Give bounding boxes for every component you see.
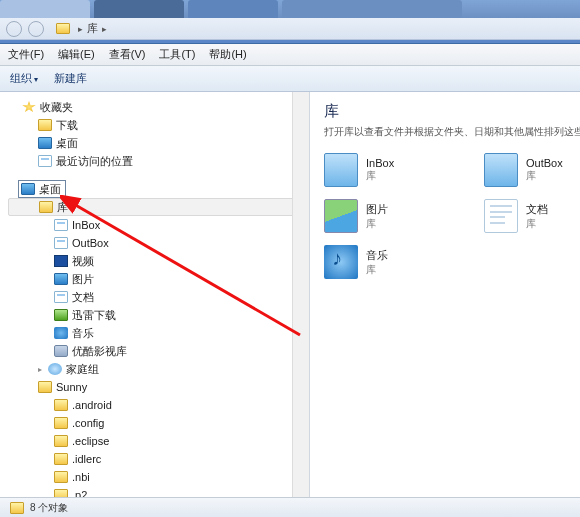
tree-item[interactable]: .android — [0, 396, 309, 414]
toolbar-new-library[interactable]: 新建库 — [54, 71, 87, 86]
tree-item[interactable]: InBox — [0, 216, 309, 234]
folder-icon — [10, 502, 24, 514]
tree-label: 桌面 — [39, 182, 61, 197]
doc-icon — [54, 291, 68, 303]
user-icon — [38, 381, 52, 393]
tree-label: InBox — [72, 219, 100, 231]
menu-bar: 文件(F) 编辑(E) 查看(V) 工具(T) 帮助(H) — [0, 44, 580, 66]
item-sub: 库 — [366, 217, 388, 231]
music-icon — [54, 327, 68, 339]
desktop-icon — [21, 183, 35, 195]
item-sub: 库 — [526, 217, 548, 231]
library-icon — [39, 201, 53, 213]
library-items: InBox库 OutBox库 图片库 文档库 音乐库 — [324, 153, 566, 279]
folder-icon — [54, 471, 68, 483]
tree-homegroup[interactable]: ▸家庭组 — [0, 360, 309, 378]
tree-label: 下载 — [56, 118, 78, 133]
tree-user[interactable]: Sunny — [0, 378, 309, 396]
tree-item[interactable]: .eclipse — [0, 432, 309, 450]
tree-favorites[interactable]: 收藏夹 — [0, 98, 309, 116]
menu-view[interactable]: 查看(V) — [109, 47, 146, 62]
tree-label: 图片 — [72, 272, 94, 287]
desktop-icon — [38, 137, 52, 149]
item-sub: 库 — [366, 263, 388, 277]
homegroup-icon — [48, 363, 62, 375]
tree-item[interactable]: 视频 — [0, 252, 309, 270]
item-name: OutBox — [526, 157, 563, 169]
toolbar: 组织 新建库 — [0, 66, 580, 92]
nav-forward-button[interactable] — [28, 21, 44, 37]
item-name: 图片 — [366, 202, 388, 217]
media-icon — [54, 345, 68, 357]
library-item-outbox[interactable]: OutBox库 — [484, 153, 580, 187]
tree-label: .idlerc — [72, 453, 101, 465]
tree-label: 迅雷下载 — [72, 308, 116, 323]
library-item-music[interactable]: 音乐库 — [324, 245, 474, 279]
tree-label: .android — [72, 399, 112, 411]
star-icon — [22, 101, 36, 113]
image-icon — [54, 273, 68, 285]
file-icon — [54, 237, 68, 249]
tree-item[interactable]: 迅雷下载 — [0, 306, 309, 324]
folder-icon — [324, 153, 358, 187]
breadcrumb[interactable]: ▸ 库 ▸ — [56, 21, 111, 36]
library-item-pictures[interactable]: 图片库 — [324, 199, 474, 233]
tree-label: Sunny — [56, 381, 87, 393]
nav-tree: 收藏夹 下载 桌面 最近访问的位置 桌面 库 InBox OutBox 视频 图… — [0, 92, 309, 497]
tree-label: .eclipse — [72, 435, 109, 447]
tree-label: .config — [72, 417, 104, 429]
address-bar: ▸ 库 ▸ — [0, 18, 580, 40]
tree-label: 桌面 — [56, 136, 78, 151]
recent-icon — [38, 155, 52, 167]
tree-item[interactable]: 文档 — [0, 288, 309, 306]
browser-tab[interactable] — [94, 0, 184, 18]
tree-desktop-root[interactable]: 桌面 — [18, 180, 66, 198]
browser-tab-strip — [0, 0, 580, 18]
toolbar-organize[interactable]: 组织 — [10, 71, 38, 86]
tree-label: .nbi — [72, 471, 90, 483]
tree-item-recent[interactable]: 最近访问的位置 — [0, 152, 309, 170]
menu-tools[interactable]: 工具(T) — [159, 47, 195, 62]
tree-label: 最近访问的位置 — [56, 154, 133, 169]
browser-tab[interactable] — [0, 0, 90, 18]
menu-file[interactable]: 文件(F) — [8, 47, 44, 62]
tree-item[interactable]: .nbi — [0, 468, 309, 486]
vertical-scrollbar[interactable] — [292, 92, 309, 497]
tree-item[interactable]: 图片 — [0, 270, 309, 288]
menu-edit[interactable]: 编辑(E) — [58, 47, 95, 62]
tree-item-desktop[interactable]: 桌面 — [0, 134, 309, 152]
tree-item[interactable]: 音乐 — [0, 324, 309, 342]
tree-label: 视频 — [72, 254, 94, 269]
tree-item[interactable]: .config — [0, 414, 309, 432]
tree-library[interactable]: 库 — [8, 198, 301, 216]
tree-item-downloads[interactable]: 下载 — [0, 116, 309, 134]
breadcrumb-item[interactable]: 库 — [87, 21, 98, 36]
nav-back-button[interactable] — [6, 21, 22, 37]
tree-label: 收藏夹 — [40, 100, 73, 115]
tree-item[interactable]: .p2 — [0, 486, 309, 497]
status-bar: 8 个对象 — [0, 497, 580, 517]
tree-label: 优酷影视库 — [72, 344, 127, 359]
content-pane: 库 打开库以查看文件并根据文件夹、日期和其他属性排列这些文件。 InBox库 O… — [310, 92, 580, 497]
browser-tab[interactable] — [188, 0, 278, 18]
folder-icon — [484, 153, 518, 187]
tree-label: 家庭组 — [66, 362, 99, 377]
item-name: InBox — [366, 157, 394, 169]
tree-label: 音乐 — [72, 326, 94, 341]
item-sub: 库 — [366, 169, 394, 183]
menu-help[interactable]: 帮助(H) — [209, 47, 246, 62]
tree-label: 文档 — [72, 290, 94, 305]
folder-icon — [38, 119, 52, 131]
tree-item[interactable]: OutBox — [0, 234, 309, 252]
item-name: 音乐 — [366, 248, 388, 263]
work-area: 收藏夹 下载 桌面 最近访问的位置 桌面 库 InBox OutBox 视频 图… — [0, 92, 580, 497]
library-item-documents[interactable]: 文档库 — [484, 199, 580, 233]
tree-item[interactable]: .idlerc — [0, 450, 309, 468]
file-icon — [54, 219, 68, 231]
page-subtitle: 打开库以查看文件并根据文件夹、日期和其他属性排列这些文件。 — [324, 125, 566, 139]
tree-label: OutBox — [72, 237, 109, 249]
tree-item[interactable]: 优酷影视库 — [0, 342, 309, 360]
browser-tab[interactable] — [282, 0, 462, 18]
document-icon — [484, 199, 518, 233]
library-item-inbox[interactable]: InBox库 — [324, 153, 474, 187]
